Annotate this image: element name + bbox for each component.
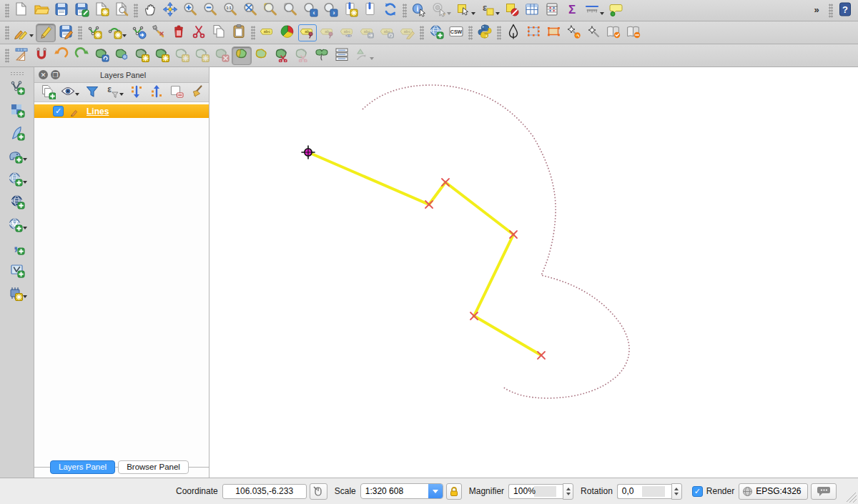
rotation-stepper[interactable] — [671, 483, 682, 500]
layer-checkbox[interactable]: ✓ — [53, 106, 64, 117]
filter-legend-button[interactable] — [83, 84, 102, 101]
crs-status-button[interactable]: EPSG:4326 — [739, 483, 807, 500]
add-part-button[interactable] — [152, 46, 172, 65]
toolbar-overflow-button[interactable]: » — [807, 1, 827, 20]
open-attribute-table-button[interactable] — [522, 1, 542, 20]
merge-attributes-button[interactable] — [332, 46, 352, 65]
zoom-in-button[interactable] — [180, 1, 200, 20]
composer-manager-button[interactable] — [112, 1, 132, 20]
zoom-selection-button[interactable] — [260, 1, 280, 20]
tab-browser-panel[interactable]: Browser Panel — [118, 460, 189, 474]
delete-selected-button[interactable] — [169, 24, 189, 42]
pan-to-selection-button[interactable] — [160, 1, 180, 20]
rotate-point-symbols-button[interactable] — [352, 46, 372, 65]
add-postgis-layer-button[interactable] — [5, 147, 25, 166]
simplify-feature-button[interactable] — [112, 46, 132, 65]
change-label-button[interactable]: abc — [398, 24, 418, 42]
zoom-out-button[interactable] — [200, 1, 220, 20]
toggle-editing-button[interactable] — [36, 24, 56, 42]
metasearch-button[interactable] — [426, 24, 446, 42]
new-shapefile-layer-button[interactable] — [7, 262, 27, 280]
undo-button[interactable] — [51, 46, 72, 65]
osm-import-button[interactable] — [623, 24, 644, 42]
pin-labels-button[interactable]: ab — [297, 24, 317, 42]
snapping-options-button[interactable] — [31, 46, 51, 65]
new-composer-button[interactable] — [92, 1, 112, 20]
cut-features-button[interactable] — [189, 24, 209, 42]
python-console-button[interactable] — [475, 24, 495, 42]
add-wfs-layer-button[interactable] — [5, 216, 25, 234]
zoom-native-button[interactable]: 1:1 — [220, 1, 240, 20]
zoom-next-button[interactable]: › — [320, 1, 340, 20]
processing-chip-button[interactable] — [5, 285, 25, 303]
north-arrow-button[interactable] — [503, 24, 523, 42]
filter-expression-button[interactable]: ε — [103, 84, 122, 101]
layer-row-lines[interactable]: ✓ Lines — [34, 104, 209, 118]
map-tips-button[interactable] — [606, 1, 626, 20]
show-bookmarks-button[interactable] — [360, 1, 380, 20]
move-feature-button[interactable] — [129, 24, 149, 42]
new-bookmark-button[interactable] — [340, 1, 360, 20]
add-wms-layer-button[interactable] — [5, 170, 25, 189]
magnifier-spinbox[interactable]: 100% — [508, 484, 563, 499]
run-feature-action-button[interactable] — [429, 1, 449, 20]
save-layer-edits-button[interactable] — [56, 24, 76, 42]
zoom-last-button[interactable]: ‹ — [300, 1, 320, 20]
scale-combobox[interactable]: 1:320 608 — [360, 483, 443, 499]
current-edits-button[interactable] — [11, 24, 31, 42]
delete-part-button[interactable] — [212, 46, 232, 65]
add-ring-button[interactable] — [132, 46, 152, 65]
statistical-summary-button[interactable] — [542, 1, 562, 20]
open-project-button[interactable] — [31, 1, 51, 20]
offset-curve-button[interactable] — [252, 46, 272, 65]
node-tool-button[interactable] — [149, 24, 169, 42]
select-by-expression-button[interactable]: ε — [478, 1, 498, 20]
collapse-all-button[interactable] — [147, 84, 166, 101]
move-label-button[interactable]: abc — [358, 24, 378, 42]
delete-ring-button[interactable] — [192, 46, 212, 65]
panel-float-button[interactable]: ❐ — [51, 70, 60, 79]
scale-lock-button[interactable] — [446, 483, 462, 500]
render-checkbox[interactable]: ✓ — [692, 486, 703, 497]
plugin-wand-installed-button[interactable] — [563, 24, 583, 42]
fill-ring-button[interactable] — [172, 46, 192, 65]
extent-canvas-button[interactable] — [543, 24, 563, 42]
map-canvas[interactable] — [209, 67, 858, 478]
save-project-as-button[interactable] — [72, 1, 92, 20]
add-wcs-layer-button[interactable] — [7, 193, 27, 212]
reshape-features-button[interactable] — [232, 46, 252, 65]
tab-layers-panel[interactable]: Layers Panel — [50, 460, 115, 474]
split-features-button[interactable] — [272, 46, 292, 65]
redo-button[interactable] — [72, 46, 92, 65]
add-spatialite-layer-button[interactable] — [7, 124, 27, 143]
zoom-full-button[interactable] — [240, 1, 260, 20]
remove-layer-button[interactable] — [167, 84, 186, 101]
csw-services-button[interactable]: CSW — [446, 24, 466, 42]
log-messages-button[interactable] — [811, 483, 837, 500]
chevron-down-icon[interactable] — [428, 484, 443, 498]
expand-all-button[interactable] — [127, 84, 146, 101]
identify-features-button[interactable]: i — [409, 1, 429, 20]
new-project-button[interactable] — [11, 1, 31, 20]
add-raster-layer-button[interactable] — [7, 102, 27, 120]
deselect-all-button[interactable] — [502, 1, 522, 20]
refresh-map-button[interactable] — [380, 1, 400, 20]
coordinate-input[interactable] — [222, 484, 307, 499]
add-delimited-text-layer-button[interactable]: , — [7, 239, 27, 257]
extent-overview-button[interactable] — [523, 24, 543, 42]
plugin-wand-button[interactable] — [583, 24, 603, 42]
rotate-feature-button[interactable] — [92, 46, 112, 65]
field-calculator-sum-button[interactable]: Σ — [562, 1, 582, 20]
highlight-pinned-labels-button[interactable]: ab — [317, 24, 337, 42]
rotation-spinbox[interactable]: 0,0 — [617, 484, 671, 499]
clear-style-button[interactable] — [189, 84, 207, 101]
merge-features-button[interactable] — [312, 46, 332, 65]
add-feature-button[interactable] — [84, 24, 104, 42]
copy-features-button[interactable] — [209, 24, 229, 42]
add-group-button[interactable] — [39, 84, 57, 101]
select-features-button[interactable] — [453, 1, 473, 20]
cad-tools-button[interactable] — [11, 46, 31, 65]
help-button[interactable]: ? — [835, 1, 855, 20]
add-vector-layer-button[interactable] — [7, 79, 27, 97]
zoom-layer-button[interactable] — [280, 1, 300, 20]
